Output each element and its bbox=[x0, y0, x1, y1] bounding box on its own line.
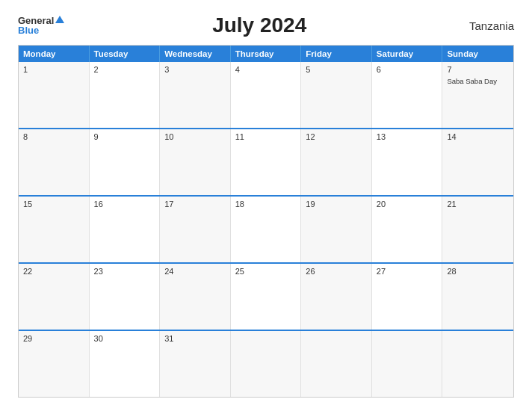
day-cell: 13 bbox=[372, 129, 443, 195]
week-row-2: 8 9 10 11 12 13 14 bbox=[19, 128, 513, 195]
header-friday: Friday bbox=[301, 46, 372, 62]
day-cell: 21 bbox=[442, 197, 513, 262]
day-cell: 31 bbox=[160, 331, 231, 397]
day-cell: 20 bbox=[372, 197, 443, 262]
weeks-container: 1 2 3 4 5 6 7 Saba Saba Day 8 9 10 11 12… bbox=[19, 62, 513, 397]
day-cell: 22 bbox=[19, 264, 90, 330]
logo-blue-text: Blue bbox=[18, 25, 39, 35]
calendar: Monday Tuesday Wednesday Thursday Friday… bbox=[18, 45, 514, 398]
day-cell: 18 bbox=[231, 197, 302, 262]
day-cell: 23 bbox=[90, 264, 161, 330]
header-thursday: Thursday bbox=[231, 46, 302, 62]
day-cell: 29 bbox=[19, 331, 90, 397]
day-cell: 17 bbox=[160, 197, 231, 262]
day-cell: 14 bbox=[442, 129, 513, 195]
day-cell: 10 bbox=[160, 129, 231, 195]
day-cell: 15 bbox=[19, 197, 90, 262]
calendar-title: July 2024 bbox=[64, 13, 454, 37]
day-cell: 7 Saba Saba Day bbox=[442, 62, 513, 128]
event-saba-saba: Saba Saba Day bbox=[447, 77, 509, 85]
country-label: Tanzania bbox=[454, 19, 514, 32]
day-cell: 5 bbox=[301, 62, 372, 128]
logo-triangle-icon bbox=[55, 16, 64, 23]
day-cell: 4 bbox=[231, 62, 302, 128]
day-cell: 24 bbox=[160, 264, 231, 330]
day-cell: 1 bbox=[19, 62, 90, 128]
day-cell: 3 bbox=[160, 62, 231, 128]
header-wednesday: Wednesday bbox=[160, 46, 231, 62]
day-cell: 2 bbox=[90, 62, 161, 128]
day-cell: 11 bbox=[231, 129, 302, 195]
week-row-1: 1 2 3 4 5 6 7 Saba Saba Day bbox=[19, 62, 513, 128]
day-cell: 26 bbox=[301, 264, 372, 330]
header-tuesday: Tuesday bbox=[90, 46, 161, 62]
week-row-4: 22 23 24 25 26 27 28 bbox=[19, 262, 513, 330]
day-cell: 19 bbox=[301, 197, 372, 262]
week-row-5: 29 30 31 bbox=[19, 330, 513, 397]
page: General Blue July 2024 Tanzania Monday T… bbox=[0, 0, 532, 411]
day-cell-empty bbox=[231, 331, 302, 397]
day-cell: 30 bbox=[90, 331, 161, 397]
header-sunday: Sunday bbox=[442, 46, 513, 62]
day-cell: 8 bbox=[19, 129, 90, 195]
day-cell: 6 bbox=[372, 62, 443, 128]
day-cell: 25 bbox=[231, 264, 302, 330]
day-cell: 12 bbox=[301, 129, 372, 195]
day-cell: 16 bbox=[90, 197, 161, 262]
day-cell-empty bbox=[301, 331, 372, 397]
day-cell-empty bbox=[442, 331, 513, 397]
day-headers-row: Monday Tuesday Wednesday Thursday Friday… bbox=[19, 46, 513, 62]
header-monday: Monday bbox=[19, 46, 90, 62]
header: General Blue July 2024 Tanzania bbox=[18, 13, 514, 37]
header-saturday: Saturday bbox=[372, 46, 443, 62]
day-cell: 27 bbox=[372, 264, 443, 330]
day-cell: 9 bbox=[90, 129, 161, 195]
day-cell: 28 bbox=[442, 264, 513, 330]
logo: General Blue bbox=[18, 16, 64, 35]
week-row-3: 15 16 17 18 19 20 21 bbox=[19, 195, 513, 262]
day-cell-empty bbox=[372, 331, 443, 397]
